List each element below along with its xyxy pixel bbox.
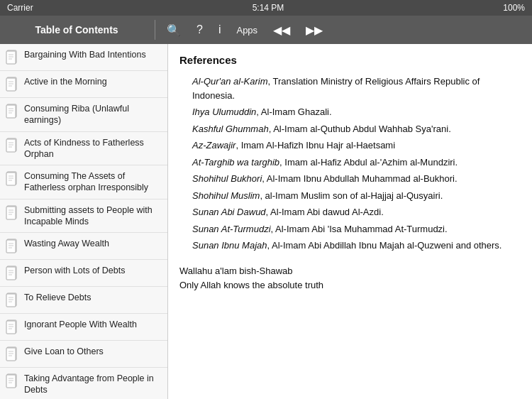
svg-rect-46 — [6, 321, 16, 334]
document-icon — [6, 50, 18, 65]
main-layout: Bargaining With Bad Intentions Active in… — [0, 44, 532, 399]
battery-label: 100% — [503, 3, 525, 13]
document-icon — [6, 346, 18, 362]
sidebar-item[interactable]: To Relieve Debts — [0, 287, 167, 314]
toolbar-title: Table of Contents — [6, 24, 148, 35]
svg-rect-31 — [6, 240, 16, 253]
sidebar-item[interactable]: Wasting Away Wealth — [0, 233, 167, 260]
footer-line-2: Only Allah knows the absolute truth — [179, 278, 521, 293]
document-icon — [6, 138, 18, 153]
document-icon — [6, 77, 18, 92]
document-icon — [6, 104, 18, 119]
document-icon — [6, 239, 18, 254]
sidebar-item-label: Acts of Kindness to Fatherless Orphan — [24, 137, 162, 160]
document-icon — [6, 319, 18, 335]
svg-rect-21 — [6, 173, 16, 185]
help-icon[interactable]: ? — [192, 21, 207, 39]
apps-button[interactable]: Apps — [232, 22, 262, 38]
sidebar-item-label: Give Loan to Others — [24, 346, 104, 357]
svg-rect-56 — [6, 375, 16, 388]
status-bar: Carrier 5:14 PM 100% — [0, 0, 532, 16]
sidebar-item-label: Submitting assets to People with Incapab… — [24, 204, 162, 228]
reference-item: Shohihul Muslim, al-Imam Muslim son of a… — [192, 187, 521, 204]
prev-button[interactable]: ◀◀ — [269, 21, 294, 40]
svg-rect-26 — [6, 207, 16, 219]
sidebar-item-label: Active in the Morning — [24, 76, 107, 87]
svg-rect-11 — [6, 105, 16, 118]
time-label: 5:14 PM — [253, 3, 284, 13]
svg-rect-41 — [6, 294, 16, 307]
sidebar-item-label: Person with Lots of Debts — [24, 265, 125, 276]
sidebar-item[interactable]: Consuming Riba (Unlawful earnings) — [0, 98, 167, 132]
sidebar-item[interactable]: Submitting assets to People with Incapab… — [0, 200, 167, 234]
document-icon — [6, 205, 18, 221]
reference-item: Sunan Ibnu Majah, Al-Imam Abi Abdillah I… — [192, 237, 521, 254]
next-button[interactable]: ▶▶ — [301, 21, 327, 40]
svg-rect-36 — [6, 267, 16, 280]
sidebar-item-label: Wasting Away Wealth — [24, 238, 109, 249]
toolbar: Table of Contents 🔍 ? i Apps ◀◀ ▶▶ — [0, 16, 532, 44]
sidebar: Bargaining With Bad Intentions Active in… — [0, 44, 168, 399]
content-area: References Al-Qur'an al-Karim, Translati… — [168, 44, 532, 399]
reference-item: Al-Qur'an al-Karim, Translation Ministry… — [192, 73, 521, 104]
carrier-label: Carrier — [7, 3, 33, 13]
sidebar-item[interactable]: Person with Lots of Debts — [0, 260, 167, 287]
content-footer: Wallahu a'lam bish-Shawab Only Allah kno… — [179, 264, 521, 294]
footer-line-1: Wallahu a'lam bish-Shawab — [179, 264, 521, 279]
info-icon[interactable]: i — [214, 21, 226, 39]
document-icon — [6, 293, 18, 308]
sidebar-item-label: Bargaining With Bad Intentions — [24, 49, 146, 60]
sidebar-item[interactable]: Consuming The Assets of Fatherless orpha… — [0, 165, 167, 200]
reference-item: Sunan At-Turmudzi, Al-Imam Abi 'Isa Muha… — [192, 221, 521, 238]
svg-rect-51 — [6, 348, 16, 361]
search-icon[interactable]: 🔍 — [162, 21, 185, 40]
references-list: Al-Qur'an al-Karim, Translation Ministry… — [179, 73, 521, 254]
sidebar-item[interactable]: Taking Advantage from People in Debts — [0, 368, 167, 399]
document-icon — [6, 171, 18, 187]
sidebar-item[interactable]: Acts of Kindness to Fatherless Orphan — [0, 132, 167, 166]
reference-item: Ihya Ulumuddin, Al-Imam Ghazali. — [192, 104, 521, 121]
sidebar-item[interactable]: Give Loan to Others — [0, 341, 167, 368]
svg-rect-16 — [6, 139, 16, 152]
reference-item: Sunan Abi Dawud, Al-Imam Abi dawud Al-Az… — [192, 204, 521, 221]
reference-item: Kashful Ghummah, Al-Imam al-Quthub Abdul… — [192, 121, 521, 138]
sidebar-item[interactable]: Ignorant People With Wealth — [0, 314, 167, 341]
reference-item: Shohihul Bukhori, Al-Imam Ibnu Abdullah … — [192, 170, 521, 187]
sidebar-item[interactable]: Active in the Morning — [0, 71, 167, 98]
svg-rect-6 — [6, 78, 16, 91]
sidebar-item-label: To Relieve Debts — [24, 292, 92, 303]
reference-item: At-Targhib wa targhib, Imam al-Hafiz Abd… — [192, 154, 521, 171]
svg-rect-1 — [6, 51, 16, 64]
content-title: References — [179, 54, 521, 66]
reference-item: Az-Zawajir, Imam Al-Hafizh Ibnu Hajr al-… — [192, 137, 521, 154]
sidebar-item-label: Consuming Riba (Unlawful earnings) — [24, 103, 162, 126]
sidebar-item-label: Ignorant People With Wealth — [24, 319, 137, 330]
toolbar-divider — [155, 20, 155, 40]
sidebar-item-label: Taking Advantage from People in Debts — [24, 373, 162, 396]
sidebar-item[interactable]: Bargaining With Bad Intentions — [0, 44, 167, 71]
document-icon — [6, 373, 18, 389]
document-icon — [6, 266, 18, 281]
sidebar-item-label: Consuming The Assets of Fatherless orpha… — [24, 170, 162, 194]
